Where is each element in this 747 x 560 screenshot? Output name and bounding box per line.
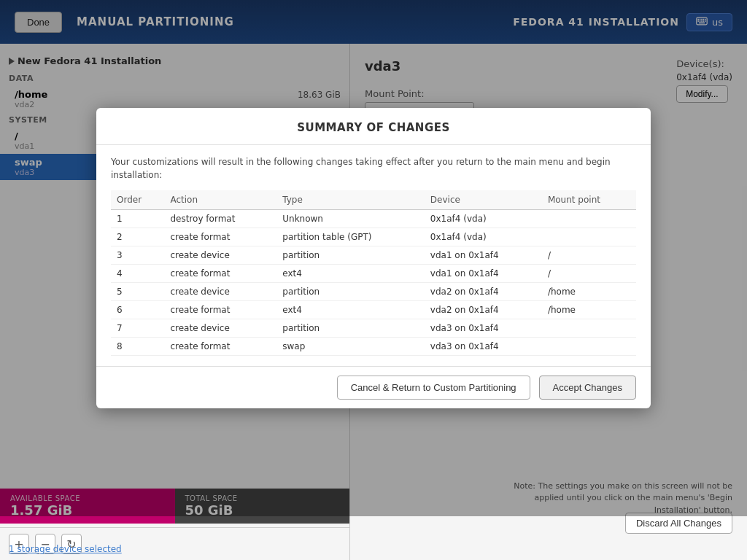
cell-mount [542, 210, 636, 228]
dialog-description: Your customizations will result in the f… [111, 155, 636, 182]
cell-mount [542, 338, 636, 356]
cell-order: 3 [111, 246, 164, 265]
cell-order: 7 [111, 319, 164, 338]
cell-mount: /home [542, 283, 636, 301]
cell-device: vda3 on 0x1af4 [425, 319, 542, 338]
summary-dialog: SUMMARY OF CHANGES Your customizations w… [96, 108, 651, 408]
cell-type: partition [276, 319, 425, 338]
cell-order: 8 [111, 338, 164, 356]
cell-action: create device [164, 319, 276, 338]
table-row: 4create formatext4vda1 on 0x1af4/ [111, 265, 636, 283]
cell-type: partition [276, 283, 425, 301]
cell-device: 0x1af4 (vda) [425, 228, 542, 246]
col-type: Type [276, 190, 425, 210]
cell-action: create device [164, 246, 276, 265]
cell-action: create format [164, 301, 276, 319]
cell-action: create format [164, 338, 276, 356]
cell-mount [542, 228, 636, 246]
cancel-button[interactable]: Cancel & Return to Custom Partitioning [337, 376, 530, 400]
overlay: SUMMARY OF CHANGES Your customizations w… [0, 0, 747, 516]
table-row: 2create formatpartition table (GPT)0x1af… [111, 228, 636, 246]
table-row: 6create formatext4vda2 on 0x1af4/home [111, 301, 636, 319]
cell-order: 4 [111, 265, 164, 283]
col-order: Order [111, 190, 164, 210]
cell-device: vda2 on 0x1af4 [425, 283, 542, 301]
cell-type: partition [276, 246, 425, 265]
cell-device: vda1 on 0x1af4 [425, 246, 542, 265]
table-header-row: Order Action Type Device Mount point [111, 190, 636, 210]
table-row: 7create devicepartitionvda3 on 0x1af4 [111, 319, 636, 338]
accept-changes-button[interactable]: Accept Changes [539, 376, 636, 400]
cell-mount [542, 319, 636, 338]
table-row: 5create devicepartitionvda2 on 0x1af4/ho… [111, 283, 636, 301]
cell-order: 1 [111, 210, 164, 228]
cell-type: swap [276, 338, 425, 356]
cell-device: 0x1af4 (vda) [425, 210, 542, 228]
cell-type: Unknown [276, 210, 425, 228]
cell-action: create device [164, 283, 276, 301]
cell-mount: / [542, 246, 636, 265]
cell-device: vda1 on 0x1af4 [425, 265, 542, 283]
cell-type: ext4 [276, 301, 425, 319]
changes-table-body: 1destroy formatUnknown0x1af4 (vda)2creat… [111, 210, 636, 356]
cell-type: ext4 [276, 265, 425, 283]
changes-table: Order Action Type Device Mount point 1de… [111, 190, 636, 356]
cell-order: 5 [111, 283, 164, 301]
cell-mount: /home [542, 301, 636, 319]
cell-action: destroy format [164, 210, 276, 228]
col-action: Action [164, 190, 276, 210]
cell-device: vda2 on 0x1af4 [425, 301, 542, 319]
dialog-body: Your customizations will result in the f… [96, 145, 651, 366]
dialog-title: SUMMARY OF CHANGES [96, 108, 651, 145]
table-row: 3create devicepartitionvda1 on 0x1af4/ [111, 246, 636, 265]
cell-order: 6 [111, 301, 164, 319]
cell-type: partition table (GPT) [276, 228, 425, 246]
changes-table-header: Order Action Type Device Mount point [111, 190, 636, 210]
storage-link[interactable]: 1 storage device selected [9, 544, 122, 554]
table-row: 8create formatswapvda3 on 0x1af4 [111, 338, 636, 356]
cell-action: create format [164, 265, 276, 283]
cell-mount: / [542, 265, 636, 283]
cell-action: create format [164, 228, 276, 246]
table-row: 1destroy formatUnknown0x1af4 (vda) [111, 210, 636, 228]
col-device: Device [425, 190, 542, 210]
dialog-footer: Cancel & Return to Custom Partitioning A… [96, 366, 651, 408]
cell-order: 2 [111, 228, 164, 246]
col-mount: Mount point [542, 190, 636, 210]
cell-device: vda3 on 0x1af4 [425, 338, 542, 356]
